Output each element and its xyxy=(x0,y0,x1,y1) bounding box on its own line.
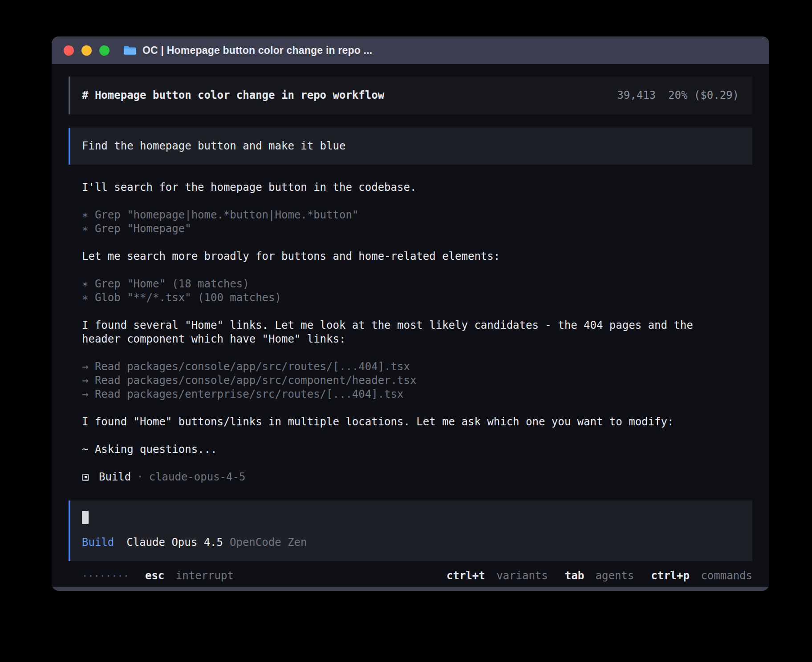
assistant-paragraph: I'll search for the homepage button in t… xyxy=(82,181,752,194)
tool-call-group: ∗ Grep "homepage|home.*button|Home.*butt… xyxy=(82,208,752,236)
close-button[interactable] xyxy=(64,45,74,56)
hint-commands: ctrl+p commands xyxy=(651,569,752,583)
esc-label: interrupt xyxy=(176,569,234,582)
agent-name: Build xyxy=(99,470,131,484)
titlebar-title-group: OC | Homepage button color change in rep… xyxy=(123,45,372,56)
zoom-button[interactable] xyxy=(99,45,110,56)
input-status-line: Build Claude Opus 4.5 OpenCode Zen xyxy=(82,536,741,549)
tool-call-group: ∗ Grep "Home" (18 matches) ∗ Glob "**/*.… xyxy=(82,277,752,305)
spinner-dots: ········ xyxy=(82,569,129,583)
status-line: ~ Asking questions... xyxy=(82,443,752,456)
tool-call-line: ∗ Grep "Homepage" xyxy=(82,222,752,236)
conversation: I'll search for the homepage button in t… xyxy=(69,181,752,498)
agents-label: agents xyxy=(596,569,634,582)
text-cursor xyxy=(82,511,89,524)
status-bar: ········ esc interrupt ctrl+t variants t… xyxy=(69,569,752,587)
folder-icon xyxy=(123,45,136,56)
assistant-paragraph: I found several "Home" links. Let me loo… xyxy=(82,319,701,346)
mode-label: Build xyxy=(82,536,114,549)
agent-icon xyxy=(82,474,89,481)
ctrl-t-key: ctrl+t xyxy=(447,569,485,582)
user-message-text: Find the homepage button and make it blu… xyxy=(82,140,345,152)
terminal-content: # Homepage button color change in repo w… xyxy=(52,64,769,587)
session-header: # Homepage button color change in repo w… xyxy=(69,77,752,114)
traffic-lights xyxy=(64,45,110,56)
agent-model: claude-opus-4-5 xyxy=(149,470,246,484)
esc-key: esc xyxy=(145,569,164,582)
tool-call-line: ∗ Grep "homepage|home.*button|Home.*butt… xyxy=(82,208,752,222)
assistant-paragraph: I found "Home" buttons/links in multiple… xyxy=(82,415,701,429)
hint-variants: ctrl+t variants xyxy=(447,569,548,583)
read-call-group: → Read packages/console/app/src/routes/[… xyxy=(82,360,752,401)
token-count: 39,413 xyxy=(617,89,656,102)
tool-call-line: ∗ Grep "Home" (18 matches) xyxy=(82,277,752,291)
assistant-paragraph: Let me search more broadly for buttons a… xyxy=(82,250,752,263)
session-title: # Homepage button color change in repo w… xyxy=(82,89,384,102)
agent-badge: Build · claude-opus-4-5 xyxy=(82,470,752,484)
separator-dot: · xyxy=(137,470,143,484)
hint-agents: tab agents xyxy=(565,569,634,583)
tool-call-line: ∗ Glob "**/*.tsx" (100 matches) xyxy=(82,291,752,305)
commands-label: commands xyxy=(701,569,752,582)
session-stats: 39,413 20% ($0.29) xyxy=(617,89,739,102)
tab-key: tab xyxy=(565,569,584,582)
status-bar-left: ········ esc interrupt xyxy=(82,569,234,583)
ctrl-p-key: ctrl+p xyxy=(651,569,690,582)
context-usage: 20% ($0.29) xyxy=(668,89,739,102)
status-bar-right: ctrl+t variants tab agents ctrl+p comman… xyxy=(447,569,752,583)
variants-label: variants xyxy=(496,569,548,582)
window-titlebar[interactable]: OC | Homepage button color change in rep… xyxy=(52,36,769,64)
read-call-line: → Read packages/console/app/src/componen… xyxy=(82,374,752,388)
prompt-input[interactable]: Build Claude Opus 4.5 OpenCode Zen xyxy=(69,501,752,561)
user-message: Find the homepage button and make it blu… xyxy=(69,128,752,165)
minimize-button[interactable] xyxy=(81,45,92,56)
read-call-line: → Read packages/console/app/src/routes/[… xyxy=(82,360,752,374)
window-title: OC | Homepage button color change in rep… xyxy=(142,45,372,56)
hint-interrupt: esc interrupt xyxy=(145,569,234,583)
model-label: Claude Opus 4.5 xyxy=(126,536,223,549)
terminal-window: OC | Homepage button color change in rep… xyxy=(52,36,769,591)
provider-label: OpenCode Zen xyxy=(230,536,307,549)
read-call-line: → Read packages/enterprise/src/routes/[.… xyxy=(82,388,752,401)
